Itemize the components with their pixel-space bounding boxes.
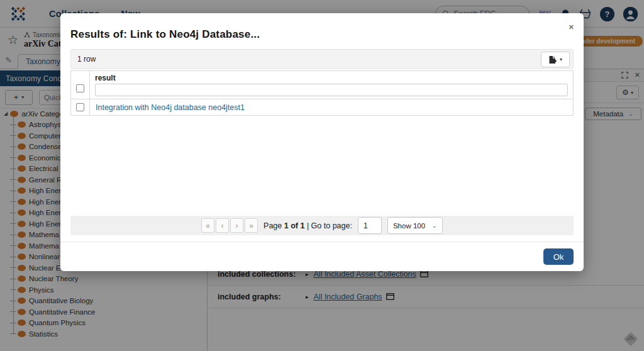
row-checkbox[interactable] bbox=[76, 103, 84, 111]
results-table: result Integration with Neo4j database n… bbox=[70, 70, 574, 116]
goto-page-input[interactable] bbox=[358, 217, 382, 234]
results-grid-toolbar: 1 row ▾ bbox=[70, 49, 574, 69]
page-size-select[interactable]: Show 100 ⌄ bbox=[387, 217, 443, 234]
page-status: Page 1 of 1 | Go to page: bbox=[264, 221, 352, 230]
result-link[interactable]: Integration with Neo4j database neo4jtes… bbox=[96, 103, 245, 112]
last-page-button[interactable]: » bbox=[245, 218, 258, 233]
first-page-button[interactable]: « bbox=[201, 218, 214, 233]
export-file-icon bbox=[548, 55, 557, 64]
table-row[interactable]: Integration with Neo4j database neo4jtes… bbox=[71, 99, 573, 115]
export-button[interactable]: ▾ bbox=[541, 52, 570, 67]
page-range: 1 of 1 bbox=[284, 221, 305, 230]
goto-label: | Go to page: bbox=[307, 221, 352, 230]
results-dialog: Results of: Link to Neo4j Database... ✕ … bbox=[60, 13, 584, 271]
row-count-label: 1 row bbox=[77, 55, 96, 64]
column-header-result: result bbox=[95, 74, 568, 82]
dialog-title: Results of: Link to Neo4j Database... bbox=[70, 28, 260, 41]
chevron-down-icon: ▾ bbox=[560, 57, 562, 62]
select-all-checkbox[interactable] bbox=[76, 84, 84, 92]
close-icon[interactable]: ✕ bbox=[569, 23, 574, 31]
page-word: Page bbox=[264, 221, 282, 230]
next-page-button[interactable]: › bbox=[230, 218, 243, 233]
pagination-bar: « ‹ › » Page 1 of 1 | Go to page: Show 1… bbox=[70, 216, 574, 235]
page-size-value: Show 100 bbox=[393, 222, 425, 230]
column-filter-input[interactable] bbox=[95, 84, 568, 96]
footer-divider bbox=[60, 242, 584, 242]
prev-page-button[interactable]: ‹ bbox=[216, 218, 229, 233]
ok-button[interactable]: Ok bbox=[543, 248, 574, 265]
chevron-down-icon: ⌄ bbox=[432, 222, 437, 229]
results-table-header: result bbox=[71, 71, 573, 99]
